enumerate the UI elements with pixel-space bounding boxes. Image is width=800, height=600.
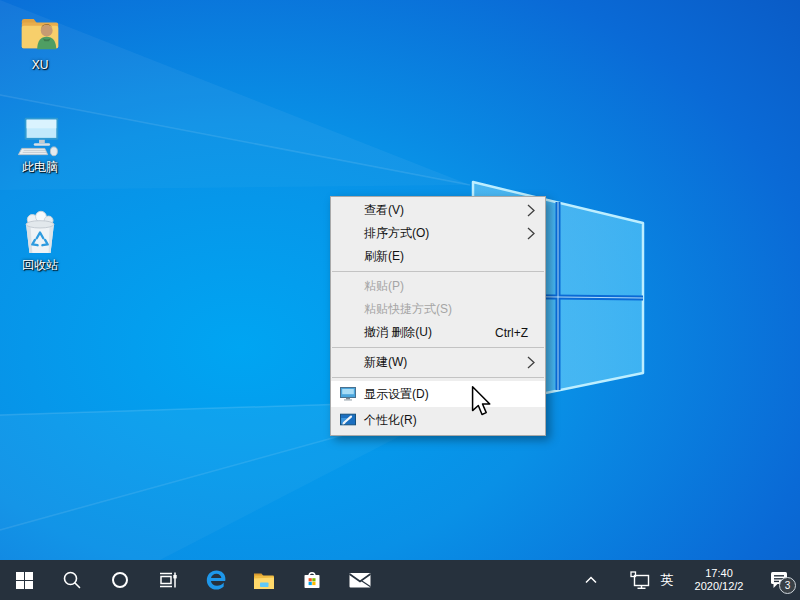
- menu-item-sort-by[interactable]: 排序方式(O): [331, 222, 545, 245]
- file-explorer-button[interactable]: [240, 560, 288, 600]
- cortana-icon: [111, 571, 129, 589]
- display-settings-icon: [340, 387, 356, 401]
- cortana-button[interactable]: [96, 560, 144, 600]
- menu-item-display-settings[interactable]: 显示设置(D): [331, 381, 545, 407]
- ime-language-indicator[interactable]: 英: [654, 560, 680, 600]
- network-status-button[interactable]: [626, 560, 654, 600]
- desktop-icon-label: XU: [2, 58, 78, 72]
- ethernet-network-icon: [630, 571, 650, 590]
- chevron-up-icon: [584, 575, 598, 585]
- taskbar: 英 17:40 2020/12/2 3: [0, 560, 800, 600]
- task-view-icon: [158, 570, 178, 590]
- tray-date: 2020/12/2: [695, 580, 744, 593]
- submenu-arrow-icon: [527, 204, 545, 217]
- menu-separator: [332, 271, 544, 272]
- windows-start-icon: [16, 572, 33, 589]
- recycle-bin-icon: [17, 208, 63, 256]
- menu-item-personalize[interactable]: 个性化(R): [331, 407, 545, 433]
- desktop-icon-label: 回收站: [2, 258, 78, 272]
- submenu-arrow-icon: [527, 356, 545, 369]
- task-view-button[interactable]: [144, 560, 192, 600]
- system-tray: 英 17:40 2020/12/2 3: [578, 560, 800, 600]
- desktop-icon-recycle-bin[interactable]: 回收站: [2, 208, 78, 272]
- edge-icon: [204, 568, 228, 592]
- menu-item-paste[interactable]: 粘贴(P): [331, 275, 545, 298]
- action-center-button[interactable]: 3: [758, 560, 800, 600]
- tray-time: 17:40: [705, 567, 733, 580]
- menu-item-paste-shortcut[interactable]: 粘贴快捷方式(S): [331, 298, 545, 321]
- submenu-arrow-icon: [527, 227, 545, 240]
- desktop-icon-this-pc[interactable]: 此电脑: [2, 112, 78, 174]
- windows-desktop: XU 此电脑: [0, 0, 800, 600]
- desktop-icon-label: 此电脑: [2, 160, 78, 174]
- this-pc-icon: [17, 112, 63, 158]
- menu-item-new[interactable]: 新建(W): [331, 351, 545, 374]
- show-hidden-icons-button[interactable]: [578, 560, 604, 600]
- desktop-icon-user-folder[interactable]: XU: [2, 10, 78, 72]
- menu-item-view[interactable]: 查看(V): [331, 199, 545, 222]
- clock[interactable]: 17:40 2020/12/2: [680, 560, 758, 600]
- edge-button[interactable]: [192, 560, 240, 600]
- personalization-icon: [340, 413, 356, 427]
- search-button[interactable]: [48, 560, 96, 600]
- file-explorer-icon: [253, 571, 275, 590]
- shortcut-text: Ctrl+Z: [495, 326, 545, 340]
- menu-separator: [332, 347, 544, 348]
- menu-separator: [332, 377, 544, 378]
- desktop-context-menu: 查看(V) 排序方式(O) 刷新(E) 粘贴(P) 粘贴快捷方式(S): [330, 196, 546, 436]
- search-icon: [62, 570, 82, 590]
- store-icon: [300, 568, 324, 592]
- mail-icon: [348, 568, 372, 592]
- menu-item-undo-delete[interactable]: 撤消 删除(U) Ctrl+Z: [331, 321, 545, 344]
- store-button[interactable]: [288, 560, 336, 600]
- notification-count-badge: 3: [779, 577, 796, 594]
- start-button[interactable]: [0, 560, 48, 600]
- menu-item-refresh[interactable]: 刷新(E): [331, 245, 545, 268]
- user-folder-icon: [17, 10, 63, 56]
- mail-button[interactable]: [336, 560, 384, 600]
